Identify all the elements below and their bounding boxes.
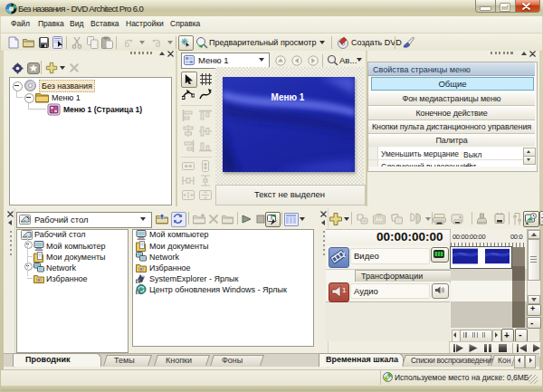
svg-text:Меню 1: Меню 1	[272, 92, 305, 102]
